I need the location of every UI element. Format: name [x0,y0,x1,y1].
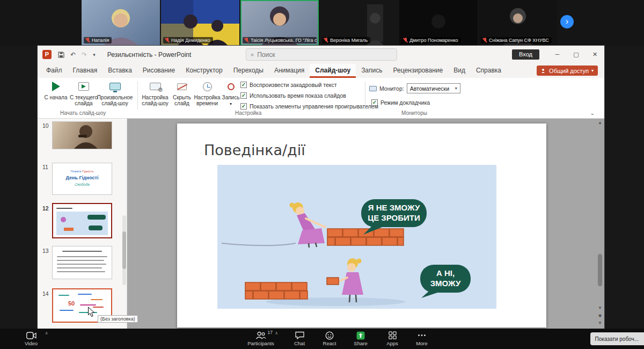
participant-name-badge: Дмитро Пономаренко [401,37,461,43]
search-icon: ⌕ [251,51,254,58]
play-frame-icon [78,82,89,91]
slide-thumbnail-panel: 10 11 Повага Гідність День Гідност [38,119,127,329]
video-camera-icon [26,332,36,339]
tab-design[interactable]: Конструктор [180,64,228,78]
participant-tile[interactable]: Надія Демиденко [161,0,239,46]
tab-slideshow[interactable]: Слайд-шоу [310,64,356,78]
slide-thumbnail-11[interactable]: Повага Гідність День Гідності Свобода [52,163,112,195]
checkbox-use-timings[interactable]: ✓ Использовать время показа слайдов [240,92,346,99]
tab-draw[interactable]: Рисование [137,64,180,78]
monitor-dropdown[interactable]: Автоматически ▾ [407,83,460,93]
toolbar-apps[interactable]: Apps [377,331,407,346]
tab-home[interactable]: Главная [68,64,103,78]
toolbar-react[interactable]: React [314,331,345,346]
checkbox-checked-icon: ✓ [240,103,247,110]
checkbox-checked-icon: ✓ [371,99,378,106]
redo-icon[interactable]: ↷ [82,51,87,59]
search-box[interactable]: ⌕ [246,48,397,61]
scrollbar-thumb[interactable] [598,254,602,286]
monitor-gear-icon [150,83,161,90]
checkbox-presenter-view[interactable]: ✓ Режим докладчика [371,99,430,106]
show-desktop-button[interactable]: Показати робоч... [590,332,644,345]
group-divider [137,81,138,110]
toolbar-chat[interactable]: Chat [284,331,314,346]
toolbar-video[interactable]: ∧ Video [16,331,46,346]
video-options-caret[interactable]: ∧ [45,331,48,336]
close-button[interactable]: ✕ [586,46,604,63]
mic-muted-icon [482,38,487,43]
toolbar-share[interactable]: Share [346,331,376,346]
customize-toolbar-icon[interactable]: ▾ [93,52,96,57]
participant-tile-active-speaker[interactable]: Таісія Луцьковська, ГО "Ліга сучас... [240,0,319,46]
panel-scrollbar[interactable] [122,215,126,285]
svg-text:ЦЕ ЗРОБИТИ: ЦЕ ЗРОБИТИ [368,213,420,222]
vertical-scrollbar[interactable]: ▲ ▼ ◆ ▼ [597,120,603,326]
from-beginning-button[interactable]: С начала [44,80,68,100]
zoom-video-strip: Наталія Надія Демиденко [0,0,644,46]
next-participants-button[interactable]: › [560,15,574,28]
dropdown-arrow-icon: ▾ [455,86,457,91]
setup-slideshow-button[interactable]: Настройка слайд-шоу [140,80,171,106]
rehearse-timings-button[interactable]: Настройка времени [193,80,221,106]
scroll-down-icon[interactable]: ▼ [597,305,603,311]
collapse-ribbon-icon[interactable]: ⌄ [590,110,595,116]
share-dropdown-arrow: ▾ [591,68,594,73]
participant-tile[interactable]: Наталія [82,0,160,46]
previous-slide-icon[interactable]: ◆ [597,312,603,319]
share-access-button[interactable]: Общий доступ ▾ [537,66,598,76]
monitor-teal-icon [109,83,121,90]
slide-thumbnail-12-selected[interactable] [52,203,112,238]
checkbox-checked-icon: ✓ [240,92,247,99]
tab-insert[interactable]: Вставка [103,64,137,78]
clock-icon [203,82,212,91]
participants-options-caret[interactable]: ∧ [275,331,278,336]
zoom-toolbar: ∧ Video 17 ∧ Participants [0,329,644,349]
group-label-monitors: Мониторы [401,110,427,116]
maximize-button[interactable]: ▢ [567,46,586,63]
participant-name: Дмитро Пономаренко [409,38,458,43]
tab-file[interactable]: Файл [41,64,68,78]
custom-slideshow-button[interactable]: Произвольное слайд-шоу [94,80,135,106]
checkbox-show-media-controls[interactable]: ✓ Показать элементы управления проигрыва… [240,103,378,110]
slide-number: 11 [42,164,51,170]
undo-icon[interactable]: ↶ [70,51,76,59]
participant-name: Сніжана Сапун СФ ХНУВС [489,38,549,43]
tab-review[interactable]: Рецензирование [388,64,449,78]
ribbon: С начала С текущего слайда Произвольное … [38,78,604,119]
participant-tile[interactable]: Дмитро Пономаренко [399,0,478,46]
sign-in-button[interactable]: Вход [512,49,539,60]
tab-record[interactable]: Запись [356,64,387,78]
next-slide-icon[interactable]: ▼ [597,320,603,326]
tab-transitions[interactable]: Переходы [228,64,269,78]
slide-thumbnail-13[interactable] [52,246,112,279]
title-bar: P ↶ ↷ ▾ Резильєнтність - PowerPoint ⌕ Вх… [38,46,604,63]
checkbox-play-narrations[interactable]: ✓ Воспроизвести закадровый текст [240,82,337,88]
slide-thumbnail-10[interactable] [52,121,112,149]
search-input[interactable] [257,51,392,59]
save-icon[interactable] [58,52,64,58]
minimize-button[interactable]: ─ [548,46,567,63]
slide-illustration: Я НЕ ЗМОЖУ ЦЕ ЗРОБИТИ [217,165,496,309]
tab-help[interactable]: Справка [471,64,507,78]
participant-name: Наталія [92,38,109,43]
toolbar-more[interactable]: More [407,331,437,346]
participant-tile[interactable]: Сніжана Сапун СФ ХНУВС [479,0,557,46]
hide-slide-button[interactable]: Скрыть слайд [171,80,193,106]
participants-count: 17 [268,330,273,335]
participant-name-badge: Наталія [84,37,112,43]
slide-title-tooltip: (Без заголовка) [98,315,138,323]
mic-muted-icon [244,38,249,43]
scroll-up-icon[interactable]: ▲ [597,120,603,126]
current-slide[interactable]: Поведінка/дії [177,123,546,328]
participant-tile[interactable]: Вероніка Мигаль [320,0,398,46]
record-icon [228,83,235,90]
more-dots-icon [418,331,426,339]
tab-animations[interactable]: Анимация [269,64,310,78]
share-person-icon [541,68,546,74]
group-divider [365,81,365,110]
tab-view[interactable]: Вид [448,64,471,78]
record-button[interactable]: Запись ▾ [221,80,240,107]
toolbar-participants[interactable]: 17 ∧ Participants [246,331,276,346]
participant-name-badge: Вероніка Мигаль [322,37,370,43]
participant-tiles: Наталія Надія Демиденко [82,0,557,46]
